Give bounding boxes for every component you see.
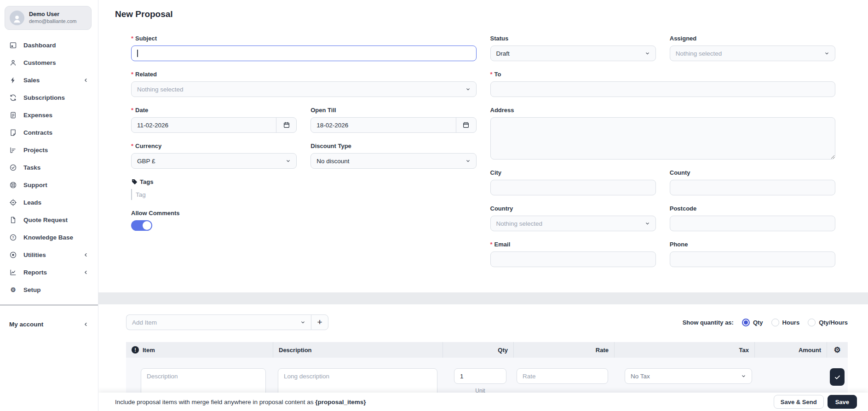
chevron-left-icon xyxy=(83,269,89,275)
sidebar-divider xyxy=(0,305,98,305)
open-till-input[interactable] xyxy=(311,118,455,132)
open-till-field xyxy=(310,117,476,133)
sidebar-item-dashboard[interactable]: Dashboard xyxy=(0,36,98,54)
sidebar-item-reports[interactable]: Reports xyxy=(0,263,98,281)
to-input[interactable] xyxy=(490,81,836,97)
subject-label: * Subject xyxy=(131,35,477,42)
radio-icon xyxy=(771,319,779,326)
discount-type-select[interactable]: No discount xyxy=(310,153,476,169)
to-label: * To xyxy=(490,71,836,78)
chevron-left-icon xyxy=(83,252,89,258)
knowledge-base-icon xyxy=(9,234,17,241)
item-tax-select[interactable]: No Tax xyxy=(625,368,752,384)
date-field xyxy=(131,117,297,133)
expenses-icon xyxy=(9,111,17,119)
sales-icon xyxy=(9,76,17,84)
quantity-radio-qty[interactable]: Qty xyxy=(742,319,763,326)
subject-input[interactable] xyxy=(131,46,477,61)
item-qty-input[interactable] xyxy=(454,368,506,384)
sidebar-item-tasks[interactable]: Tasks xyxy=(0,159,98,176)
my-account-label: My account xyxy=(9,321,43,328)
avatar xyxy=(10,11,24,25)
sidebar-item-sales[interactable]: Sales xyxy=(0,71,98,89)
tags-input[interactable] xyxy=(131,189,195,200)
sidebar-item-label: Quote Request xyxy=(23,217,68,223)
email-input[interactable] xyxy=(490,251,656,267)
utilities-icon xyxy=(9,251,17,259)
app-window: Demo User demo@balliante.com Dashboard xyxy=(0,0,868,411)
sidebar-item-knowledge-base[interactable]: Knowledge Base xyxy=(0,228,98,246)
save-and-send-button[interactable]: Save & Send xyxy=(774,395,824,409)
check-icon xyxy=(834,373,841,381)
table-settings-gear[interactable]: ⚙ xyxy=(827,342,847,358)
merge-field-token: {proposal_items} xyxy=(315,399,366,405)
postcode-label: Postcode xyxy=(670,205,835,212)
support-icon xyxy=(9,181,17,189)
status-select[interactable]: Draft xyxy=(490,46,656,61)
sidebar-item-customers[interactable]: Customers xyxy=(0,54,98,71)
allow-comments-toggle[interactable] xyxy=(131,220,152,231)
country-select[interactable]: Nothing selected xyxy=(490,216,656,231)
confirm-item-button[interactable] xyxy=(830,368,845,386)
leads-icon xyxy=(9,199,17,206)
save-button[interactable]: Save xyxy=(828,395,857,409)
sidebar-item-contracts[interactable]: Contracts xyxy=(0,124,98,141)
sidebar-item-expenses[interactable]: Expenses xyxy=(0,106,98,124)
date-label: * Date xyxy=(131,107,297,114)
radio-icon xyxy=(808,319,816,326)
sidebar-item-label: Support xyxy=(23,182,47,188)
phone-input[interactable] xyxy=(670,251,835,267)
user-card[interactable]: Demo User demo@balliante.com xyxy=(5,6,92,30)
sidebar-item-subscriptions[interactable]: Subscriptions xyxy=(0,89,98,106)
address-textarea[interactable] xyxy=(490,117,836,160)
sidebar-nav: Dashboard Customers xyxy=(0,36,98,298)
assigned-select[interactable]: Nothing selected xyxy=(670,46,835,61)
sidebar-item-support[interactable]: Support xyxy=(0,176,98,194)
county-input[interactable] xyxy=(670,180,835,195)
sidebar-item-label: Knowledge Base xyxy=(23,234,73,241)
chevron-left-icon xyxy=(83,77,89,83)
main-content: New Proposal * Subject * Related xyxy=(98,0,868,411)
my-account-item[interactable]: My account xyxy=(0,315,98,333)
related-select[interactable]: Nothing selected xyxy=(131,81,477,97)
setup-icon xyxy=(9,286,17,294)
postcode-input[interactable] xyxy=(670,216,835,231)
sidebar-item-setup[interactable]: Setup xyxy=(0,281,98,298)
text-caret xyxy=(137,50,138,57)
sidebar-item-label: Leads xyxy=(23,199,41,206)
radio-label: Hours xyxy=(782,319,800,326)
chevron-down-icon xyxy=(741,373,747,379)
sidebar: Demo User demo@balliante.com Dashboard xyxy=(0,0,98,411)
radio-icon xyxy=(742,319,750,326)
chevron-down-icon xyxy=(644,221,650,227)
projects-icon xyxy=(9,146,17,154)
city-input[interactable] xyxy=(490,180,656,195)
quantity-radio-hours[interactable]: Hours xyxy=(771,319,800,326)
chevron-left-icon xyxy=(83,321,89,327)
sidebar-item-utilities[interactable]: Utilities xyxy=(0,246,98,263)
sidebar-item-label: Setup xyxy=(23,286,41,293)
sidebar-item-projects[interactable]: Projects xyxy=(0,141,98,159)
item-rate-input[interactable] xyxy=(517,368,608,384)
date-input[interactable] xyxy=(132,118,276,132)
add-item-select[interactable]: Add Item xyxy=(126,314,311,330)
show-quantity-as: Show quantity as: Qty Hours xyxy=(683,319,848,326)
items-table-header: Item Description Qty Rate Tax xyxy=(126,342,848,358)
email-label: * Email xyxy=(490,241,656,248)
calendar-icon[interactable] xyxy=(456,118,476,132)
sidebar-item-label: Reports xyxy=(23,269,47,276)
reports-icon xyxy=(9,268,17,276)
calendar-icon[interactable] xyxy=(276,118,296,132)
column-header-tax: Tax xyxy=(615,342,755,358)
show-quantity-label: Show quantity as: xyxy=(683,319,734,326)
add-item-button[interactable] xyxy=(311,314,328,330)
sidebar-item-leads[interactable]: Leads xyxy=(0,194,98,211)
open-till-label: Open Till xyxy=(310,107,476,114)
quantity-radio-qty-hours[interactable]: Qty/Hours xyxy=(808,319,848,326)
chevron-down-icon xyxy=(285,158,291,164)
sidebar-item-quote-request[interactable]: Quote Request xyxy=(0,211,98,228)
column-header-item: Item xyxy=(126,342,273,358)
sidebar-item-label: Expenses xyxy=(23,112,52,119)
currency-select[interactable]: GBP £ xyxy=(131,153,297,169)
gear-icon: ⚙ xyxy=(834,346,840,354)
